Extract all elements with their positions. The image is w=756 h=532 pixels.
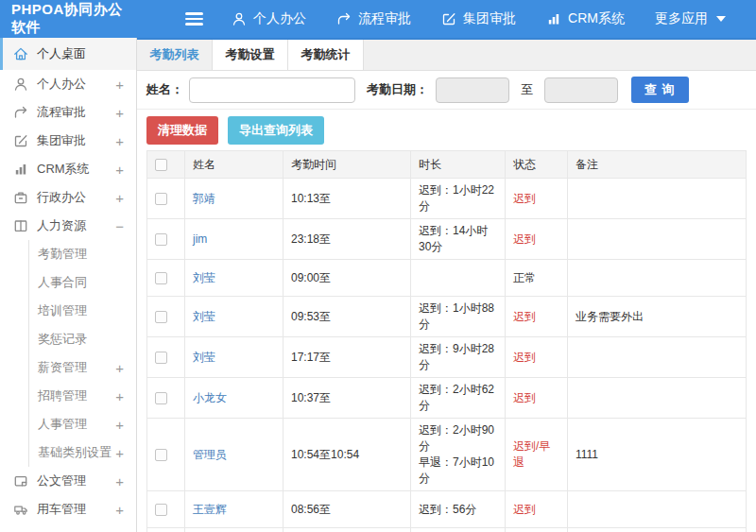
topnav-crm-system[interactable]: CRM系统 <box>546 10 625 27</box>
status-cell: 迟到 <box>506 219 568 260</box>
expand-plus-icon: + <box>115 360 124 376</box>
column-header: 时长 <box>411 151 506 179</box>
employee-name-link[interactable]: 王壹辉 <box>193 503 227 516</box>
sidebar-item-label: 用车管理 <box>37 501 115 518</box>
status-cell: 迟到 <box>506 297 568 337</box>
topnav-workflow-approval[interactable]: 流程审批 <box>336 10 411 27</box>
sidebar-subitem[interactable]: 人事管理 + <box>29 410 136 438</box>
main-content: 考勤列表 考勤设置 考勤统计 姓名： 考勤日期： 至 查 询 清理数据 <box>137 38 756 532</box>
topnav-group-approval[interactable]: 集团审批 <box>441 10 516 27</box>
sidebar-item-personal-office[interactable]: 个人办公 + <box>0 70 136 98</box>
duration-cell: 迟到：1小时88分 <box>411 297 506 337</box>
tab-attendance[interactable]: 考勤设置 <box>213 40 288 70</box>
note-cell <box>568 378 747 419</box>
sidebar-subitem[interactable]: 基础类别设置 + <box>29 438 136 467</box>
sidebar-subitem-label: 培训管理 <box>38 302 124 319</box>
employee-name-link[interactable]: 刘莹 <box>193 310 215 323</box>
status-text: 迟到 <box>513 391 536 404</box>
employee-name-link[interactable]: 郭靖 <box>193 192 215 205</box>
date-to-input[interactable] <box>544 77 618 103</box>
row-checkbox[interactable] <box>155 311 167 323</box>
table-row: jim 23:18至 迟到：14小时30分 迟到 <box>147 219 747 260</box>
row-checkbox[interactable] <box>155 233 167 246</box>
sidebar-item-personal-desktop[interactable]: 个人桌面 <box>0 38 136 70</box>
search-button[interactable]: 查 询 <box>631 77 689 103</box>
clean-data-button[interactable]: 清理数据 <box>146 116 218 145</box>
duration-cell: 迟到：1小时22分 <box>411 179 506 219</box>
note-cell <box>568 219 747 260</box>
duration-cell: 迟到：56分 <box>411 491 506 528</box>
app-logo: PHPOA协同办公软件 <box>0 1 130 37</box>
note-cell: 业务需要外出 <box>568 297 747 337</box>
topnav-personal-office[interactable]: 个人办公 <box>232 10 306 27</box>
name-cell: 刘莹 <box>185 260 284 297</box>
status-cell: 迟到 <box>506 179 568 219</box>
employee-name-link[interactable]: 小龙女 <box>193 391 227 404</box>
duration-line-1: 迟到：2小时90分 <box>419 422 497 455</box>
hr-submenu: 考勤管理 人事合同 培训管理 奖惩记录 <box>28 240 136 467</box>
sidebar-item-document-management[interactable]: 公文管理 + <box>0 467 136 495</box>
duration-cell: 迟到：9小时28分 <box>411 337 506 378</box>
employee-name-link[interactable]: 管理员 <box>193 448 227 461</box>
row-checkbox[interactable] <box>155 352 167 364</box>
duration-cell: 迟到：2小时62分 <box>411 378 506 419</box>
table-row: 黄蓉 13:20至13:20 迟到：5小时33分 早退：4小时67分 迟到/早退 <box>147 528 747 532</box>
date-from-input[interactable] <box>436 77 509 103</box>
sidebar-subitem[interactable]: 薪资管理 + <box>29 353 136 382</box>
table-row: 管理员 10:54至10:54 迟到：2小时90分 早退：7小时10分 迟到/早… <box>147 419 747 491</box>
row-checkbox[interactable] <box>155 392 167 404</box>
table-header-row: 姓名 考勤时间 时长 状态 备注 <box>147 151 747 179</box>
row-checkbox[interactable] <box>155 272 167 284</box>
select-all-checkbox[interactable] <box>155 159 167 171</box>
row-checkbox[interactable] <box>155 193 167 205</box>
sidebar-item-vehicle-management[interactable]: 用车管理 + <box>0 495 136 523</box>
sidebar-subitem[interactable]: 奖惩记录 <box>29 325 136 353</box>
export-list-button[interactable]: 导出查询列表 <box>228 116 324 145</box>
topnav-label: 流程审批 <box>358 10 411 27</box>
sidebar-item-label: 个人办公 <box>37 76 115 93</box>
sidebar-subitem[interactable]: 招聘管理 + <box>29 382 136 410</box>
checkbox-cell <box>147 179 185 219</box>
sidebar: 个人桌面 个人办公 + 流程审批 + 集团审批 + CRM系统 + 行政办公 + <box>0 38 137 532</box>
chart-icon <box>13 162 28 177</box>
employee-name-link[interactable]: jim <box>193 232 207 246</box>
hamburger-menu-icon[interactable] <box>185 9 203 28</box>
status-cell: 正常 <box>506 260 568 297</box>
sidebar-subitem[interactable]: 考勤管理 <box>29 240 136 268</box>
expand-plus-icon: + <box>115 417 124 433</box>
sidebar-item-label: 公文管理 <box>37 472 115 489</box>
sidebar-subitem-label: 招聘管理 <box>38 387 115 404</box>
tab-label: 考勤列表 <box>150 46 199 63</box>
sidebar-item-human-resources[interactable]: 人力资源 − <box>0 212 136 240</box>
note-cell: 1111 <box>568 419 747 491</box>
sidebar-item-group-approval[interactable]: 集团审批 + <box>0 127 136 155</box>
row-checkbox[interactable] <box>155 449 167 461</box>
tab-attendance[interactable]: 考勤列表 <box>137 40 213 70</box>
status-text: 迟到 <box>513 351 536 364</box>
sidebar-item-crm-system[interactable]: CRM系统 + <box>0 155 136 183</box>
checkbox-cell <box>147 297 185 337</box>
tab-label: 考勤统计 <box>301 46 351 63</box>
table-row: 王壹辉 08:56至 迟到：56分 迟到 <box>147 491 747 528</box>
duration-line-1: 迟到：2小时62分 <box>419 382 497 414</box>
name-input[interactable] <box>189 77 355 103</box>
sidebar-subitem[interactable]: 人事合同 <box>29 268 136 297</box>
employee-name-link[interactable]: 刘莹 <box>193 271 215 284</box>
sidebar-item-admin-office[interactable]: 行政办公 + <box>0 183 136 212</box>
sidebar-subitem[interactable]: 培训管理 <box>29 297 136 325</box>
sidebar-item-label: 流程审批 <box>37 104 115 121</box>
expand-plus-icon: + <box>115 133 124 149</box>
table-row: 刘莹 09:00至 正常 <box>147 260 747 297</box>
name-cell: 黄蓉 <box>185 528 284 532</box>
status-text: 迟到 <box>513 232 536 246</box>
sidebar-item-label: CRM系统 <box>37 161 115 178</box>
row-checkbox[interactable] <box>155 504 167 516</box>
employee-name-link[interactable]: 刘莹 <box>193 351 215 364</box>
topnav-more-apps[interactable]: 更多应用 <box>655 10 726 27</box>
tab-attendance[interactable]: 考勤统计 <box>288 40 364 70</box>
tab-label: 考勤设置 <box>226 46 275 63</box>
sidebar-item-workflow-approval[interactable]: 流程审批 + <box>0 98 136 127</box>
flow-icon <box>336 11 352 26</box>
time-cell: 09:53至 <box>284 297 411 337</box>
sidebar-item-label: 行政办公 <box>37 189 115 206</box>
